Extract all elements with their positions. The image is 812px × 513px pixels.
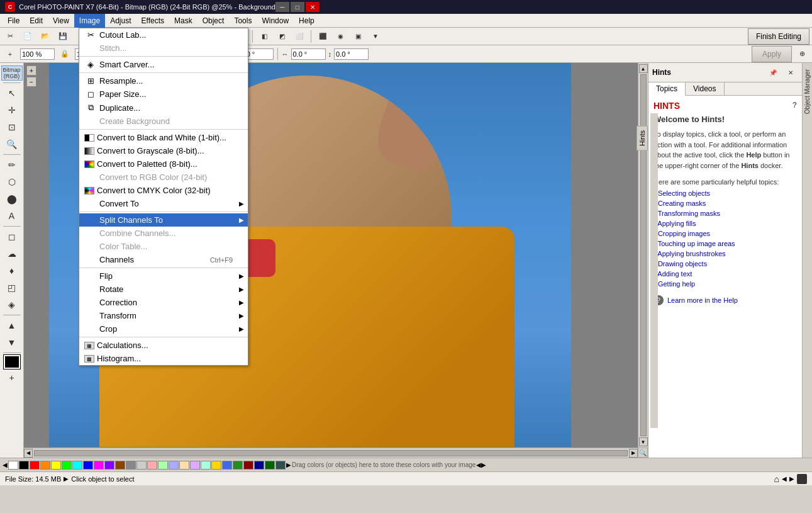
- resample-label: Resample...: [99, 76, 233, 86]
- menu-split-channels[interactable]: Split Channels To ▶: [79, 213, 248, 227]
- color-table-label: Color Table...: [99, 242, 233, 251]
- sep-4: [79, 211, 248, 212]
- calculations-icon: ▦: [84, 342, 94, 349]
- convert-cmyk-icon: [84, 187, 94, 194]
- correction-arrow: ▶: [239, 299, 244, 306]
- convert-to-arrow: ▶: [239, 200, 244, 207]
- menu-convert-bw[interactable]: Convert to Black and White (1-bit)...: [79, 131, 248, 144]
- menu-flip[interactable]: Flip ▶: [79, 269, 248, 283]
- combine-channels-label: Combine Channels...: [99, 228, 233, 238]
- sep-3: [79, 129, 248, 130]
- convert-palette-icon: [84, 161, 94, 168]
- flip-arrow: ▶: [239, 273, 244, 279]
- convert-gray-label: Convert to Grayscale (8-bit)...: [97, 146, 233, 155]
- menu-stitch[interactable]: Stitch...: [79, 42, 248, 55]
- menu-color-table[interactable]: Color Table...: [79, 240, 248, 253]
- create-bg-label: Create Background: [99, 116, 233, 126]
- menu-paper-size[interactable]: ◻ Paper Size...: [79, 87, 248, 101]
- convert-rgb-label: Convert to RGB Color (24-bit): [99, 172, 233, 182]
- calculations-label: Calculations...: [97, 341, 233, 350]
- menu-smart-carver[interactable]: ◈ Smart Carver...: [79, 58, 248, 71]
- image-menu: ✂ Cutout Lab... Stitch... ◈ Smart Carver…: [79, 28, 248, 366]
- smart-carver-icon: ◈: [84, 60, 97, 69]
- convert-palette-label: Convert to Paletted (8-bit)...: [97, 159, 233, 169]
- channels-shortcut: Ctrl+F9: [210, 256, 233, 264]
- duplicate-icon: ⧉: [84, 103, 97, 113]
- convert-bw-icon: [84, 134, 94, 142]
- cutout-lab-label: Cutout Lab...: [99, 30, 233, 40]
- menu-convert-cmyk[interactable]: Convert to CMYK Color (32-bit): [79, 184, 248, 197]
- transform-arrow: ▶: [239, 312, 244, 319]
- menu-correction[interactable]: Correction ▶: [79, 296, 248, 309]
- menu-resample[interactable]: ⊞ Resample...: [79, 74, 248, 87]
- crop-label: Crop: [99, 324, 233, 334]
- crop-arrow: ▶: [239, 325, 244, 332]
- rotate-label: Rotate: [99, 285, 233, 294]
- cutout-lab-icon: ✂: [84, 30, 97, 40]
- menu-combine-channels[interactable]: Combine Channels...: [79, 227, 248, 240]
- menu-convert-palette[interactable]: Convert to Paletted (8-bit)...: [79, 157, 248, 171]
- menu-convert-gray[interactable]: Convert to Grayscale (8-bit)...: [79, 144, 248, 157]
- menu-rotate[interactable]: Rotate ▶: [79, 283, 248, 296]
- paper-size-label: Paper Size...: [99, 89, 233, 99]
- split-channels-label: Split Channels To: [99, 215, 233, 225]
- transform-label: Transform: [99, 311, 233, 320]
- menu-convert-rgb[interactable]: Convert to RGB Color (24-bit): [79, 171, 248, 184]
- convert-bw-label: Convert to Black and White (1-bit)...: [97, 133, 233, 142]
- convert-cmyk-label: Convert to CMYK Color (32-bit): [97, 186, 233, 195]
- paper-size-icon: ◻: [84, 89, 97, 99]
- rotate-arrow: ▶: [239, 286, 244, 293]
- menu-create-background[interactable]: Create Background: [79, 115, 248, 128]
- convert-gray-icon: [84, 147, 94, 155]
- flip-label: Flip: [99, 271, 233, 281]
- histogram-icon: ▩: [84, 355, 94, 363]
- duplicate-label: Duplicate...: [99, 103, 233, 113]
- menu-cutout-lab[interactable]: ✂ Cutout Lab...: [79, 28, 248, 42]
- menu-crop[interactable]: Crop ▶: [79, 322, 248, 335]
- sep-1: [79, 56, 248, 57]
- menu-transform[interactable]: Transform ▶: [79, 309, 248, 322]
- sep-6: [79, 337, 248, 337]
- menu-channels[interactable]: Channels Ctrl+F9: [79, 253, 248, 266]
- menu-convert-to[interactable]: Convert To ▶: [79, 197, 248, 210]
- menu-duplicate[interactable]: ⧉ Duplicate...: [79, 101, 248, 115]
- sep-5: [79, 268, 248, 268]
- convert-to-label: Convert To: [99, 199, 233, 208]
- correction-label: Correction: [99, 298, 233, 307]
- resample-icon: ⊞: [84, 76, 97, 86]
- histogram-label: Histogram...: [97, 354, 233, 363]
- sep-2: [79, 72, 248, 73]
- menu-histogram[interactable]: ▩ Histogram...: [79, 352, 248, 365]
- smart-carver-label: Smart Carver...: [99, 60, 233, 69]
- channels-label: Channels: [99, 255, 205, 264]
- split-channels-arrow: ▶: [239, 217, 244, 223]
- stitch-label: Stitch...: [99, 43, 233, 53]
- menu-calculations[interactable]: ▦ Calculations...: [79, 339, 248, 352]
